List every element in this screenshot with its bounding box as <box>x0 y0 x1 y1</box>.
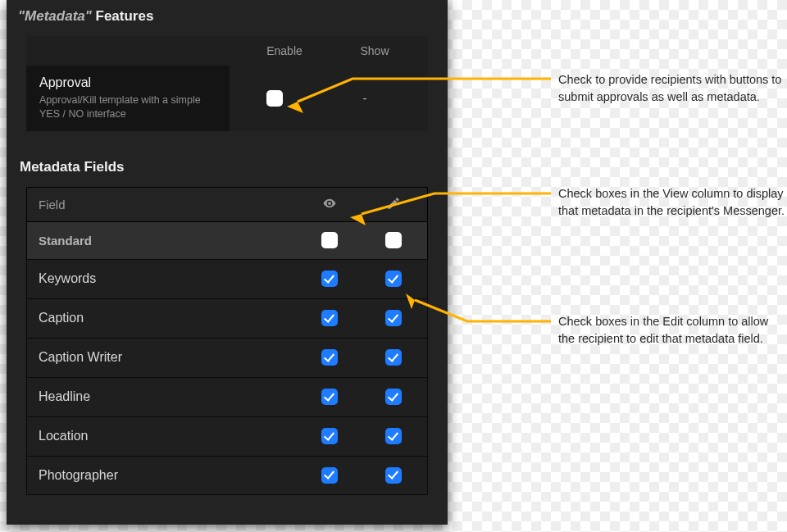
field-edit-checkbox[interactable] <box>385 428 402 444</box>
field-edit-checkbox[interactable] <box>385 310 402 326</box>
features-table: Enable Show Approval Approval/Kill templ… <box>26 36 428 131</box>
metadata-fields-title: Metadata Fields <box>7 152 448 187</box>
metadata-fields-table: Field Standard KeywordsCaptionCaption Wr… <box>26 187 428 495</box>
field-label: Location <box>27 429 298 443</box>
annotation-edit-column: Check boxes in the Edit column to allow … <box>558 313 787 348</box>
field-edit-checkbox[interactable] <box>385 467 402 484</box>
feature-show-cell: - <box>320 91 410 106</box>
field-view-checkbox[interactable] <box>321 467 338 484</box>
fields-group-label: Standard <box>27 234 298 248</box>
fields-header-label: Field <box>27 198 298 211</box>
standard-group-view-checkbox[interactable] <box>321 232 338 248</box>
annotation-view-column: Check boxes in the View column to displa… <box>558 185 787 220</box>
eye-icon <box>322 196 337 211</box>
column-header-show: Show <box>330 44 420 57</box>
field-edit-checkbox[interactable] <box>385 389 402 405</box>
field-view-checkbox[interactable] <box>321 389 338 405</box>
feature-description: Approval/Kill template with a simple YES… <box>39 93 203 121</box>
field-label: Photographer <box>27 468 298 483</box>
title-quoted-part: "Metadata" <box>18 8 92 24</box>
fields-header-row: Field <box>26 187 428 221</box>
field-row: Photographer <box>26 456 428 495</box>
field-label: Keywords <box>27 271 298 286</box>
view-column-header <box>298 196 362 213</box>
field-row: Caption <box>26 298 428 338</box>
feature-name: Approval <box>39 75 216 90</box>
metadata-settings-panel: "Metadata" Features Enable Show Approval… <box>7 0 448 525</box>
field-row: Headline <box>26 377 428 416</box>
annotation-enable-checkbox: Check to provide recipients with buttons… <box>558 71 787 106</box>
field-label: Headline <box>27 389 298 404</box>
fields-group-row-standard: Standard <box>26 221 428 259</box>
field-label: Caption <box>27 311 298 325</box>
field-view-checkbox[interactable] <box>321 310 338 326</box>
feature-show-value: - <box>363 91 367 105</box>
approval-enable-checkbox[interactable] <box>266 90 283 107</box>
pencil-icon <box>386 196 401 211</box>
edit-column-header <box>362 196 425 213</box>
field-label: Caption Writer <box>27 350 298 365</box>
field-view-checkbox[interactable] <box>321 349 338 366</box>
field-view-checkbox[interactable] <box>321 428 338 444</box>
feature-name-cell: Approval Approval/Kill template with a s… <box>26 66 230 131</box>
feature-enable-cell <box>230 90 320 107</box>
feature-row-approval: Approval Approval/Kill template with a s… <box>26 66 428 131</box>
field-row: Keywords <box>26 259 428 298</box>
field-edit-checkbox[interactable] <box>385 271 402 287</box>
field-row: Location <box>26 416 428 456</box>
field-row: Caption Writer <box>26 338 428 377</box>
features-header-row: Enable Show <box>26 36 428 66</box>
metadata-features-title: "Metadata" Features <box>7 0 448 36</box>
field-edit-checkbox[interactable] <box>385 349 402 366</box>
standard-group-edit-checkbox[interactable] <box>385 232 402 248</box>
field-view-checkbox[interactable] <box>321 271 338 287</box>
column-header-enable: Enable <box>239 44 330 57</box>
title-plain-part: Features <box>92 8 154 24</box>
